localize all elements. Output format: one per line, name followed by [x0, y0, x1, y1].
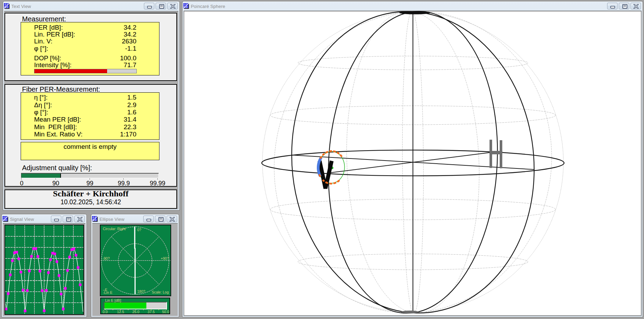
svg-text:+90?: +90? [160, 256, 169, 260]
svg-text:50.0: 50.0 [162, 310, 169, 314]
svg-text:Circular: Right: Circular: Right [103, 227, 126, 231]
svg-text:12.5: 12.5 [117, 310, 124, 314]
svg-text:Scale: Log: Scale: Log [152, 290, 169, 294]
svg-text:0.0: 0.0 [103, 310, 108, 314]
svg-text:25.0: 25.0 [132, 310, 139, 314]
svg-text:Lin E [dB]:: Lin E [dB]: [105, 298, 122, 302]
svg-text:0?: 0? [137, 228, 141, 232]
svg-text:-Lin E: -Lin E [103, 290, 112, 295]
svg-text:37.5: 37.5 [148, 310, 155, 314]
svg-text:-90?: -90? [102, 256, 110, 260]
svg-text:180?: 180? [137, 289, 145, 294]
